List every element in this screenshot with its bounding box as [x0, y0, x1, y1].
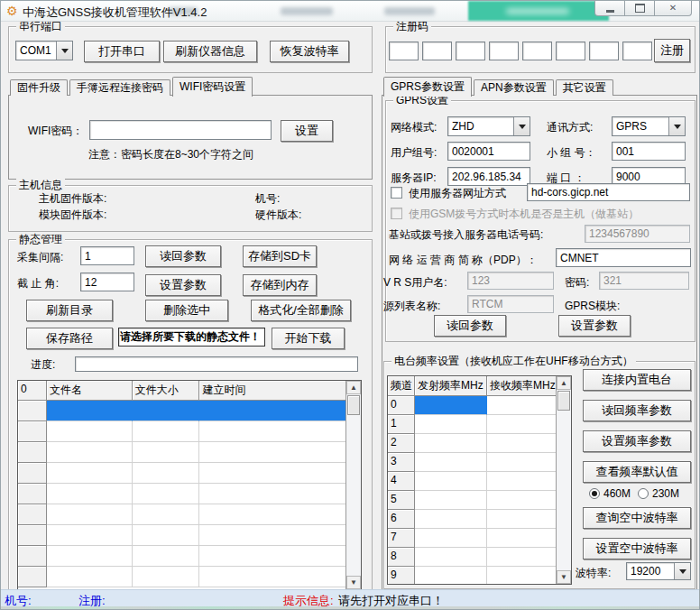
table-cell[interactable] [415, 453, 487, 472]
radio-freq-table[interactable]: 频道发射频率MHz接收频率MHz0123456789 ▲ ▼ [387, 375, 572, 585]
table-cell[interactable] [415, 396, 487, 415]
comm-mode-dropdown-icon[interactable] [668, 117, 685, 135]
table-row[interactable] [18, 567, 346, 587]
table-cell[interactable] [133, 463, 200, 484]
table-row[interactable] [18, 484, 346, 504]
table-cell[interactable] [487, 567, 557, 584]
table-cell[interactable] [47, 525, 133, 546]
scroll-down-icon[interactable]: ▼ [557, 570, 571, 584]
table-row[interactable] [18, 504, 346, 525]
scrollbar-thumb[interactable] [557, 391, 570, 411]
refresh-dir-button[interactable]: 刷新目录 [26, 300, 113, 321]
register-code-input[interactable] [556, 42, 585, 60]
register-code-input[interactable] [522, 42, 552, 60]
wifi-password-input[interactable] [89, 120, 272, 140]
save-to-memory-button[interactable]: 存储到内存 [243, 274, 317, 296]
table-cell[interactable] [133, 504, 200, 525]
band-230m-radio[interactable] [638, 488, 649, 499]
user-group-input[interactable]: 0020001 [447, 142, 530, 161]
table-row[interactable] [18, 463, 346, 484]
table-row[interactable] [18, 546, 346, 567]
read-freq-params-button[interactable]: 读回频率参数 [583, 400, 691, 421]
table-cell[interactable] [199, 567, 346, 587]
table-cell[interactable] [133, 525, 200, 546]
save-to-sd-button[interactable]: 存储到SD卡 [243, 245, 317, 267]
radio-freq-table-body[interactable]: 频道发射频率MHz接收频率MHz0123456789 [388, 376, 557, 584]
table-cell[interactable] [487, 434, 557, 453]
table-cell[interactable] [487, 396, 557, 415]
table-cell[interactable] [47, 421, 133, 442]
table-cell[interactable] [199, 525, 346, 546]
table-cell[interactable] [47, 567, 133, 587]
register-code-input[interactable] [622, 42, 652, 60]
com-port-dropdown-icon[interactable] [56, 42, 72, 60]
static-read-params-button[interactable]: 读回参数 [145, 245, 221, 267]
comm-mode-select[interactable]: GPRS [612, 116, 686, 136]
server-url-input[interactable]: hd-cors.gicp.net [527, 183, 690, 201]
table-row[interactable] [18, 421, 346, 442]
register-code-input[interactable] [456, 42, 485, 60]
table-cell[interactable] [487, 415, 557, 434]
tab-apn-params[interactable]: APN参数设置 [474, 79, 554, 96]
static-set-params-button[interactable]: 设置参数 [145, 274, 221, 296]
table-row[interactable]: 9 [388, 567, 557, 584]
band-460m-radio[interactable] [589, 488, 600, 499]
table-row[interactable]: 4 [388, 472, 557, 491]
tab-handheld-remote-password[interactable]: 手簿远程连接密码 [69, 79, 170, 96]
table-row[interactable] [18, 442, 346, 463]
cutoff-angle-input[interactable]: 12 [80, 273, 134, 291]
register-code-input[interactable] [389, 42, 419, 60]
titlebar[interactable]: ⚙ 中海达GNSS接收机管理软件V1.4.2 ✕ [1, 1, 699, 22]
table-cell[interactable] [487, 510, 557, 529]
baud-rate-select[interactable]: 19200 [626, 562, 691, 580]
table-cell[interactable] [487, 472, 557, 491]
refresh-instrument-button[interactable]: 刷新仪器信息 [163, 41, 257, 62]
connect-internal-radio-button[interactable]: 连接内置电台 [583, 369, 691, 391]
save-path-button[interactable]: 保存路径 [26, 328, 113, 349]
scroll-down-icon[interactable]: ▼ [346, 576, 361, 589]
table-cell[interactable] [199, 463, 346, 484]
table-cell[interactable] [47, 546, 133, 567]
register-code-input[interactable] [422, 42, 452, 60]
maximize-button[interactable] [624, 1, 655, 16]
table-cell[interactable] [199, 442, 346, 463]
tab-wifi-password[interactable]: WIFI密码设置 [172, 77, 253, 97]
static-file-table[interactable]: 0文件名文件大小建立时间 ▲ ▼ [17, 380, 362, 590]
collect-interval-input[interactable]: 1 [80, 246, 134, 265]
baud-rate-dropdown-icon[interactable] [674, 563, 690, 579]
scroll-up-icon[interactable]: ▲ [557, 376, 571, 390]
table-cell[interactable] [133, 421, 200, 442]
table-cell[interactable] [47, 442, 133, 463]
table-row[interactable]: 0 [388, 396, 557, 415]
tab-other-settings[interactable]: 其它设置 [556, 79, 613, 96]
server-ip-input[interactable]: 202.96.185.34 [447, 167, 530, 186]
table-cell[interactable] [133, 442, 200, 463]
format-delete-all-button[interactable]: 格式化/全部删除 [251, 300, 351, 321]
table-cell[interactable] [47, 401, 133, 421]
table-row[interactable]: 7 [388, 529, 557, 548]
restore-baud-button[interactable]: 恢复波特率 [270, 41, 349, 62]
table-row[interactable] [18, 401, 346, 421]
pdp-input[interactable]: CMNET [556, 248, 691, 267]
gprs-read-params-button[interactable]: 读回参数 [434, 315, 506, 337]
table-cell[interactable] [415, 491, 487, 510]
table-cell[interactable] [47, 484, 133, 504]
table-row[interactable]: 2 [388, 434, 557, 453]
register-code-input[interactable] [489, 42, 519, 60]
table-cell[interactable] [199, 546, 346, 567]
register-button[interactable]: 注册 [654, 39, 690, 62]
table-row[interactable]: 6 [388, 510, 557, 529]
table-cell[interactable] [47, 463, 133, 484]
table-row[interactable]: 1 [388, 415, 557, 434]
table-cell[interactable] [133, 484, 200, 504]
table-cell[interactable] [415, 567, 487, 584]
gprs-set-params-button[interactable]: 设置参数 [558, 315, 631, 337]
table-cell[interactable] [133, 401, 200, 421]
file-table-scrollbar[interactable]: ▲ ▼ [345, 381, 361, 589]
table-cell[interactable] [487, 548, 557, 567]
table-cell[interactable] [415, 472, 487, 491]
table-row[interactable]: 3 [388, 453, 557, 472]
table-cell[interactable] [199, 421, 346, 442]
tab-gprs-params[interactable]: GPRS参数设置 [383, 77, 472, 97]
open-serial-button[interactable]: 打开串口 [84, 41, 160, 62]
